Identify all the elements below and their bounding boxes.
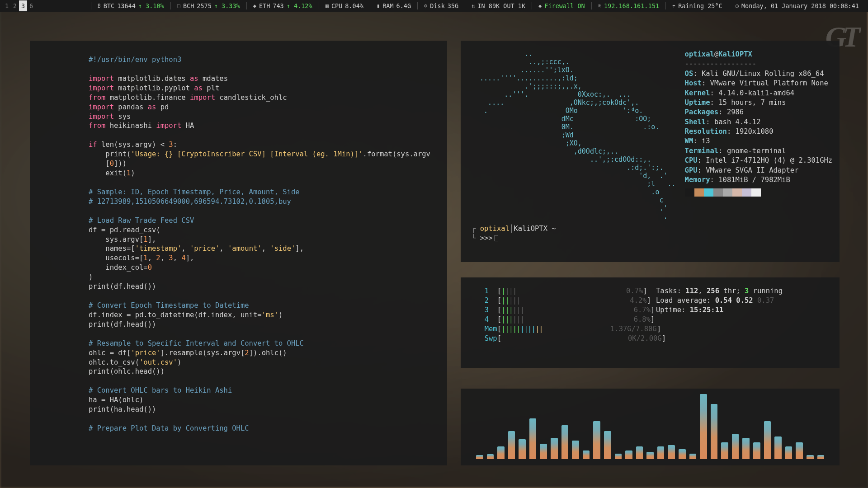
workspace-1[interactable]: 1 [3, 0, 11, 11]
network-io: ⇅IN 89K OUT 1K [465, 2, 532, 9]
viz-bar [721, 442, 728, 459]
workspace-3[interactable]: 3 [19, 0, 27, 11]
ticker-bch: ⬚BCH2575↑ 3.33% [170, 2, 246, 9]
viz-bar [679, 449, 686, 459]
audio-visualizer [461, 389, 840, 465]
viz-bar [711, 404, 718, 459]
viz-bar [572, 441, 579, 459]
workspace-6[interactable]: 6 [27, 0, 35, 11]
viz-bar [604, 431, 611, 459]
viz-bar [753, 442, 760, 459]
viz-bar [807, 455, 814, 459]
viz-bar [593, 421, 600, 459]
viz-bar [657, 446, 665, 459]
workspace-2[interactable]: 2 [11, 0, 19, 11]
weather: ☂Raining 25°C [665, 2, 729, 9]
ascii-art-kali: .. ..,;:ccc,. ......'';lxO. .....''''...… [472, 50, 676, 221]
clock: ◷Monday, 01 January 2018 00:08:41 [729, 2, 865, 9]
viz-bar [742, 438, 750, 459]
viz-bar [583, 450, 590, 459]
viz-bar [668, 445, 675, 459]
viz-bar [561, 425, 569, 459]
viz-bar [796, 442, 803, 459]
i3-status-bar: 1236 ₿BTC13644↑ 3.10% ⬚BCH2575↑ 3.33% ◆E… [0, 0, 868, 12]
ip-address: ≋192.168.161.151 [591, 2, 665, 9]
viz-bar [700, 394, 707, 459]
shell-prompt[interactable]: ┌ optixal│KaliOPTX ~ └ >>> [472, 224, 829, 243]
workspace-switcher: 1236 [3, 0, 35, 11]
viz-bar [529, 418, 537, 459]
ticker-eth: ◆ETH743↑ 4.12% [246, 2, 319, 9]
viz-bar [476, 455, 483, 459]
viz-bar [646, 452, 654, 459]
viz-bar [508, 431, 515, 459]
cursor-icon [495, 235, 498, 241]
system-info: optixal@KaliOPTX ----------------- OS: K… [685, 50, 833, 221]
viz-bar [817, 455, 825, 459]
viz-bar [519, 439, 526, 459]
cpu-usage: ▦CPU8.04% [319, 2, 370, 9]
viz-bar [625, 450, 632, 459]
viz-bar [540, 444, 547, 459]
color-swatches [685, 188, 833, 197]
viz-bar [497, 446, 505, 459]
code-editor[interactable]: #!/usr/bin/env python3 import matplotlib… [30, 41, 447, 465]
viz-bar [785, 446, 793, 459]
viz-bar [615, 454, 622, 459]
viz-bar [732, 434, 739, 459]
viz-bar [689, 454, 697, 459]
viz-bar [487, 454, 494, 459]
terminal-htop[interactable]: 1 [|||| 0.7%] Tasks: 112, 256 thr; 3 run… [461, 277, 840, 368]
ram-usage: ▮RAM6.4G [370, 2, 417, 9]
viz-bar [764, 421, 771, 459]
viz-bar [774, 436, 782, 459]
firewall-status: ◆Firewall ON [532, 2, 591, 9]
disk-usage: ⊘Disk35G [417, 2, 465, 9]
terminal-neofetch[interactable]: .. ..,;:ccc,. ......'';lxO. .....''''...… [461, 41, 840, 262]
viz-bar [636, 446, 643, 459]
ticker-btc: ₿BTC13644↑ 3.10% [91, 2, 170, 9]
viz-bar [551, 438, 558, 459]
